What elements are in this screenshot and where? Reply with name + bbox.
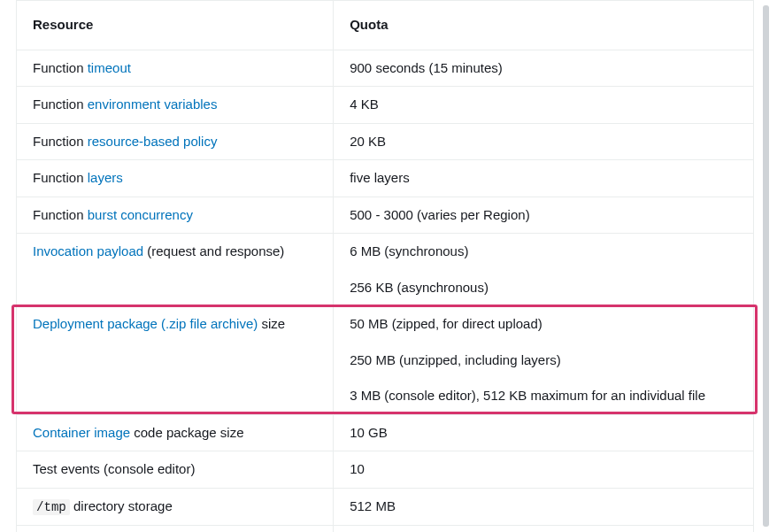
quota-value: 512 MB — [350, 497, 737, 517]
scrollbar[interactable] — [763, 5, 769, 527]
quota-cell: 10 — [334, 451, 754, 489]
resource-text: (request and response) — [143, 243, 284, 258]
resource-text: code package size — [130, 425, 243, 440]
resource-text: Function — [33, 96, 88, 112]
resource-cell: /tmp directory storage — [17, 488, 334, 525]
table-row: Function resource-based policy20 KB — [17, 123, 754, 160]
code-tmp: /tmp — [33, 499, 70, 515]
resource-text: Function — [33, 134, 88, 149]
table-row: Invocation payload (request and response… — [17, 234, 754, 306]
quota-scroll-area[interactable]: Resource Quota Function timeout900 secon… — [16, 0, 754, 532]
column-header-quota: Quota — [334, 1, 754, 50]
quota-cell: 500 - 3000 (varies per Region) — [334, 197, 754, 234]
quota-value: 10 GB — [350, 423, 737, 443]
quota-cell: 512 MB — [334, 488, 754, 525]
resource-cell: Deployment package (.zip file archive) s… — [17, 306, 334, 415]
quota-value: 250 MB (unzipped, including layers) — [350, 351, 737, 371]
resource-cell: Function burst concurrency — [17, 197, 334, 234]
quota-value: 4 KB — [350, 95, 737, 115]
quota-cell: 1,024 — [334, 525, 754, 532]
resource-text: size — [258, 316, 285, 331]
resource-cell: Test events (console editor) — [17, 451, 334, 489]
doc-link-burst-concurrency[interactable]: burst concurrency — [88, 207, 193, 222]
quota-cell: five layers — [334, 160, 754, 197]
quota-value: 20 KB — [350, 132, 737, 152]
resource-cell: Function timeout — [17, 50, 334, 87]
table-row: File descriptors1,024 — [17, 525, 754, 532]
quota-cell: 900 seconds (15 minutes) — [334, 50, 754, 87]
quota-value: 900 seconds (15 minutes) — [350, 58, 737, 79]
quota-cell: 4 KB — [334, 87, 754, 124]
doc-link-deployment-package[interactable]: Deployment package (.zip file archive) — [33, 316, 258, 331]
quota-value: 500 - 3000 (varies per Region) — [350, 205, 737, 226]
table-row: Test events (console editor)10 — [17, 451, 754, 489]
resource-cell: Function layers — [17, 160, 334, 197]
doc-link-env-vars[interactable]: environment variables — [88, 96, 218, 112]
table-row: Container image code package size10 GB — [17, 414, 754, 451]
resource-cell: Function resource-based policy — [17, 123, 334, 160]
doc-link-layers[interactable]: layers — [88, 170, 123, 185]
quota-table: Resource Quota Function timeout900 secon… — [16, 0, 754, 532]
table-row: Function burst concurrency500 - 3000 (va… — [17, 197, 754, 234]
resource-text: Function — [33, 207, 88, 222]
quota-cell: 20 KB — [334, 123, 754, 160]
resource-text: Function — [33, 60, 88, 75]
resource-text: directory storage — [70, 498, 173, 513]
resource-cell: Invocation payload (request and response… — [17, 234, 334, 306]
quota-value: five layers — [350, 168, 737, 189]
table-row: /tmp directory storage512 MB — [17, 488, 754, 525]
quota-value: 10 — [350, 459, 737, 480]
doc-link-timeout[interactable]: timeout — [88, 60, 131, 75]
quota-value: 256 KB (asynchronous) — [350, 278, 737, 298]
table-row: Function environment variables4 KB — [17, 87, 754, 124]
quota-value: 6 MB (synchronous) — [350, 242, 737, 262]
column-header-resource: Resource — [17, 1, 334, 50]
table-row: Deployment package (.zip file archive) s… — [17, 306, 754, 415]
quota-value: 3 MB (console editor), 512 KB maximum fo… — [350, 386, 737, 406]
doc-link-resource-policy[interactable]: resource-based policy — [88, 134, 218, 149]
resource-text: Test events (console editor) — [33, 461, 195, 476]
resource-cell: Container image code package size — [17, 414, 334, 451]
quota-cell: 50 MB (zipped, for direct upload)250 MB … — [334, 306, 754, 415]
resource-cell: File descriptors — [17, 525, 334, 532]
table-row: Function layersfive layers — [17, 160, 754, 197]
resource-cell: Function environment variables — [17, 87, 334, 124]
resource-text: Function — [33, 170, 88, 185]
doc-link-invocation-payload[interactable]: Invocation payload — [33, 243, 143, 258]
table-row: Function timeout900 seconds (15 minutes) — [17, 50, 754, 87]
quota-cell: 6 MB (synchronous)256 KB (asynchronous) — [334, 234, 754, 306]
quota-value: 50 MB (zipped, for direct upload) — [350, 314, 737, 335]
doc-link-container-image[interactable]: Container image — [33, 425, 130, 440]
quota-cell: 10 GB — [334, 414, 754, 451]
